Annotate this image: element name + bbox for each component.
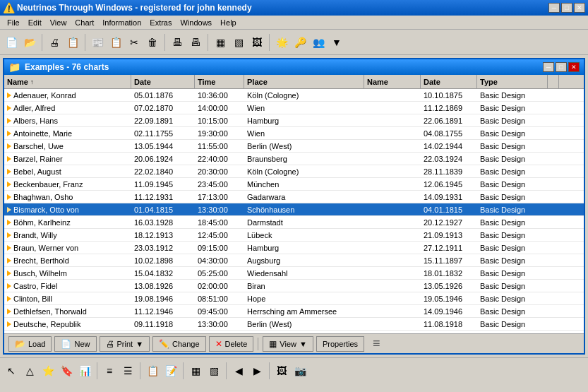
table-row[interactable]: Adler, Alfred 07.02.1870 14:00:00 Wien 1… <box>4 102 584 114</box>
properties-button[interactable]: Properties <box>316 336 364 352</box>
toolbar-star-button[interactable]: 🌟 <box>273 34 290 51</box>
toolbar-new-button[interactable]: 📄 <box>3 34 20 51</box>
tool-star[interactable]: ⭐ <box>40 362 56 379</box>
tool-text1[interactable]: 📋 <box>144 362 161 379</box>
cell-name2 <box>364 247 421 249</box>
col-header-name[interactable]: Name ↑ <box>4 75 131 88</box>
cell-name2 <box>364 222 421 223</box>
table-row[interactable]: Dethlefsen, Thorwald 11.12.1946 09:45:00… <box>4 305 584 318</box>
toolbar-print-button[interactable]: 🖨 <box>46 34 63 51</box>
table-row[interactable]: Barzel, Rainer 20.06.1924 22:40:00 Braun… <box>4 153 584 165</box>
toolbar-flag-button[interactable]: 🔑 <box>292 34 308 51</box>
tool-cursor[interactable]: ↖ <box>3 362 20 379</box>
tool-list2[interactable]: ☰ <box>119 362 136 379</box>
tool-list1[interactable]: ≡ <box>101 362 118 379</box>
table-row[interactable]: Deutsche, Republik 09.11.1918 13:30:00 B… <box>4 318 584 331</box>
cell-place: Braunsberg <box>244 154 364 164</box>
table-row[interactable]: Böhm, Karlheinz 16.03.1928 18:45:00 Darm… <box>4 216 584 229</box>
inner-close-button[interactable]: ✕ <box>568 62 580 72</box>
toolbar-copy-button[interactable]: 📰 <box>89 34 106 51</box>
table-row[interactable]: Beckenbauer, Franz 11.09.1945 23:45:00 M… <box>4 178 584 191</box>
toolbar-image-button[interactable]: 🖼 <box>248 34 265 51</box>
change-button[interactable]: ✏️ Change <box>152 336 206 352</box>
table-row[interactable]: Barschel, Uwe 13.05.1944 11:55:00 Berlin… <box>4 140 584 153</box>
cell-date: 05.01.1876 <box>131 90 195 100</box>
table-row[interactable]: Busch, Wilhelm 15.04.1832 05:25:00 Wiede… <box>4 267 584 280</box>
minimize-button[interactable]: ─ <box>548 3 560 13</box>
cell-date: 18.12.1913 <box>131 230 195 240</box>
col-header-date[interactable]: Date <box>131 75 195 88</box>
table-row[interactable]: Brandt, Willy 18.12.1913 12:45:00 Lübeck… <box>4 229 584 242</box>
toolbar-print2-button[interactable]: 📋 <box>64 34 81 51</box>
tool-text2[interactable]: 📝 <box>162 362 179 379</box>
toolbar-cut-button[interactable]: ✂ <box>126 34 143 51</box>
row-icon <box>7 232 11 238</box>
tool-table1[interactable]: ▦ <box>187 362 204 379</box>
toolbar-print3-button[interactable]: 🖶 <box>169 34 186 51</box>
tool-table2[interactable]: ▧ <box>205 362 222 379</box>
tool-triangle[interactable]: △ <box>21 362 38 379</box>
menu-file[interactable]: File <box>3 17 24 28</box>
menu-chart[interactable]: Chart <box>71 17 98 28</box>
cell-time: 22:40:00 <box>195 154 244 164</box>
cell-time: 17:13:00 <box>195 192 244 202</box>
menu-help[interactable]: Help <box>216 17 241 28</box>
col-header-type[interactable]: Type <box>477 75 548 88</box>
cell-date: 16.03.1928 <box>131 218 195 227</box>
inner-minimize-button[interactable]: ─ <box>543 62 554 72</box>
inner-maximize-button[interactable]: □ <box>556 62 567 72</box>
cell-name: Bismarck, Otto von <box>4 205 131 215</box>
table-row[interactable]: Bebel, August 22.02.1840 20:30:00 Köln (… <box>4 165 584 178</box>
tool-bookmark[interactable]: 🔖 <box>58 362 75 379</box>
table-body[interactable]: Adenauer, Konrad 05.01.1876 10:36:00 Köl… <box>4 89 584 333</box>
toolbar-delete-button[interactable]: 🗑 <box>144 34 161 51</box>
col-header-place[interactable]: Place <box>244 75 364 88</box>
cell-date2: 10.10.1875 <box>421 90 477 100</box>
menu-extras[interactable]: Extras <box>145 17 176 28</box>
load-button[interactable]: 📂 Load <box>8 336 52 352</box>
col-header-name2[interactable]: Name <box>364 75 421 88</box>
delete-icon: ✕ <box>215 339 222 349</box>
cell-name: Böhm, Karlheinz <box>4 218 131 227</box>
toolbar-table2-button[interactable]: ▧ <box>230 34 247 51</box>
menu-view[interactable]: View <box>46 17 71 28</box>
toolbar-table-button[interactable]: ▦ <box>212 34 229 51</box>
table-row[interactable]: Castro, Fidel 13.08.1926 02:00:00 Biran … <box>4 280 584 292</box>
table-row[interactable]: Bhaghwan, Osho 11.12.1931 17:13:00 Gadar… <box>4 191 584 203</box>
table-row[interactable]: Clinton, Bill 19.08.1946 08:51:00 Hope 1… <box>4 292 584 305</box>
toolbar-print4-button[interactable]: 🖷 <box>187 34 204 51</box>
toolbar-dropdown-button[interactable]: ▼ <box>328 34 345 51</box>
cell-name2 <box>364 158 421 160</box>
table-row[interactable]: Bismarck, Otto von 01.04.1815 13:30:00 S… <box>4 203 584 216</box>
table-row[interactable]: Adenauer, Konrad 05.01.1876 10:36:00 Köl… <box>4 89 584 102</box>
tool-arrow-right[interactable]: ▶ <box>248 362 265 379</box>
print-button[interactable]: 🖨 Print ▼ <box>100 336 150 352</box>
delete-button[interactable]: ✕ Delete <box>209 336 254 352</box>
col-header-date2[interactable]: Date <box>421 75 477 88</box>
tool-image1[interactable]: 🖼 <box>273 362 290 379</box>
table-row[interactable]: Brecht, Berthold 10.02.1898 04:30:00 Aug… <box>4 254 584 267</box>
table-row[interactable]: Braun, Werner von 23.03.1912 09:15:00 Ha… <box>4 242 584 254</box>
cell-date: 22.02.1840 <box>131 167 195 177</box>
list-view-icon[interactable]: ≡ <box>373 336 380 351</box>
toolbar-sep-1 <box>42 34 42 51</box>
menu-edit[interactable]: Edit <box>24 17 46 28</box>
toolbar-open-button[interactable]: 📂 <box>21 34 38 51</box>
new-button[interactable]: 📄 New <box>54 336 96 352</box>
toolbar-paste-button[interactable]: 📋 <box>107 34 124 51</box>
menu-windows[interactable]: Windows <box>176 17 216 28</box>
tool-image2[interactable]: 📷 <box>292 362 308 379</box>
cell-date2: 04.08.1755 <box>421 129 477 138</box>
menu-information[interactable]: Information <box>98 17 145 28</box>
tool-arrow-left[interactable]: ◀ <box>230 362 247 379</box>
col-header-time[interactable]: Time <box>195 75 244 88</box>
cell-date2: 19.05.1946 <box>421 294 477 304</box>
table-row[interactable]: Albers, Hans 22.09.1891 10:15:00 Hamburg… <box>4 114 584 127</box>
view-button[interactable]: ▦ View ▼ <box>263 336 313 352</box>
close-button[interactable]: ✕ <box>574 3 585 13</box>
maximize-button[interactable]: □ <box>561 3 572 13</box>
cell-name2 <box>364 95 421 96</box>
tool-chart1[interactable]: 📊 <box>76 362 93 379</box>
toolbar-people-button[interactable]: 👥 <box>310 34 327 51</box>
table-row[interactable]: Antoinette, Marie 02.11.1755 19:30:00 Wi… <box>4 127 584 140</box>
